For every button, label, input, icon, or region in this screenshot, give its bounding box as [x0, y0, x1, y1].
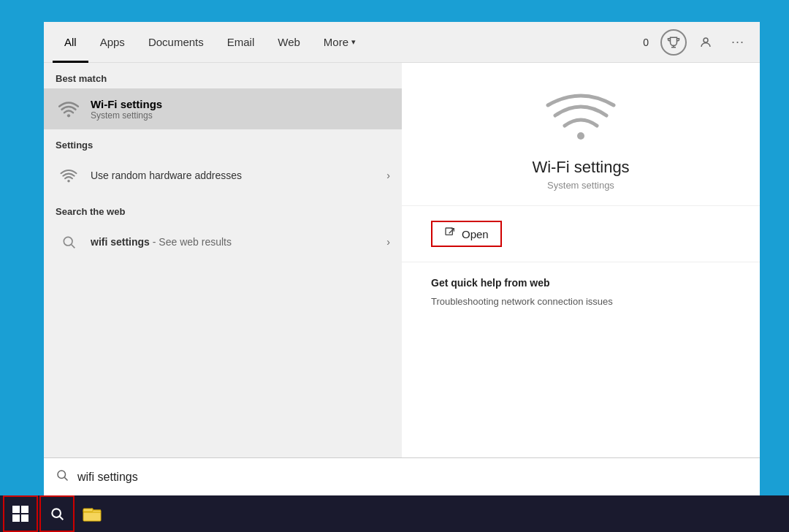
- trophy-icon-button[interactable]: [660, 29, 687, 56]
- settings-label: Settings: [44, 129, 402, 155]
- file-explorer-button[interactable]: [75, 495, 110, 532]
- svg-point-7: [58, 471, 66, 479]
- start-button[interactable]: [3, 495, 38, 532]
- tab-more[interactable]: More ▾: [312, 22, 367, 63]
- tab-web[interactable]: Web: [266, 22, 312, 63]
- tabs-bar: All Apps Documents Email Web More ▾ 0: [44, 22, 760, 63]
- web-label: Search the web: [44, 196, 402, 221]
- search-icon-web: [56, 229, 82, 255]
- open-button[interactable]: Open: [431, 221, 502, 247]
- right-panel: Wi-Fi settings System settings Open: [402, 63, 760, 504]
- best-match-title: Wi-Fi settings: [91, 98, 162, 110]
- search-window: All Apps Documents Email Web More ▾ 0: [44, 22, 760, 504]
- svg-rect-10: [21, 506, 28, 513]
- svg-point-3: [64, 237, 72, 246]
- best-match-subtitle: System settings: [91, 110, 162, 121]
- more-options-button[interactable]: ···: [725, 29, 751, 56]
- svg-line-14: [60, 517, 64, 520]
- taskbar: [0, 495, 789, 532]
- right-top: Wi-Fi settings System settings: [402, 63, 760, 206]
- left-panel: Best match Wi-Fi settings System setting…: [44, 63, 402, 504]
- settings-item-random-hardware[interactable]: Use random hardware addresses ›: [44, 155, 402, 196]
- wifi-icon-settings: [56, 162, 82, 189]
- web-item-chevron: ›: [386, 236, 390, 248]
- best-match-item[interactable]: Wi-Fi settings System settings: [44, 88, 402, 129]
- search-input[interactable]: [77, 471, 748, 484]
- right-subtitle: System settings: [547, 180, 614, 191]
- quick-help-title: Get quick help from web: [431, 277, 731, 289]
- svg-point-0: [704, 38, 708, 42]
- svg-rect-16: [83, 509, 93, 512]
- svg-line-4: [72, 245, 75, 248]
- web-item-label: wifi settings - See web results: [91, 236, 232, 248]
- tab-apps[interactable]: Apps: [88, 22, 137, 63]
- svg-rect-11: [12, 514, 20, 522]
- svg-point-2: [67, 180, 70, 183]
- svg-point-13: [52, 509, 61, 517]
- web-search-item[interactable]: wifi settings - See web results ›: [44, 221, 402, 262]
- svg-point-1: [67, 114, 70, 117]
- svg-point-5: [577, 132, 584, 140]
- right-title: Wi-Fi settings: [532, 158, 629, 177]
- best-match-label: Best match: [44, 63, 402, 88]
- tabs-right: 0 ···: [637, 29, 751, 56]
- wifi-icon-small: [56, 96, 82, 122]
- main-content: Best match Wi-Fi settings System setting…: [44, 63, 760, 504]
- settings-item-label: Use random hardware addresses: [91, 170, 242, 181]
- svg-rect-12: [21, 514, 28, 522]
- desktop: All Apps Documents Email Web More ▾ 0: [0, 0, 789, 532]
- tab-all[interactable]: All: [53, 22, 88, 63]
- open-icon: [444, 227, 456, 241]
- badge-count: 0: [637, 34, 655, 51]
- wifi-icon-large: [544, 85, 617, 146]
- settings-item-chevron: ›: [386, 170, 390, 181]
- taskbar-search-button[interactable]: [39, 495, 75, 532]
- open-btn-area: Open: [402, 206, 760, 262]
- best-match-text: Wi-Fi settings System settings: [91, 98, 162, 121]
- search-bar-icon: [56, 468, 69, 485]
- more-chevron-icon: ▾: [351, 37, 356, 47]
- tab-documents[interactable]: Documents: [137, 22, 216, 63]
- tab-email[interactable]: Email: [216, 22, 267, 63]
- user-icon-button[interactable]: [693, 29, 719, 56]
- quick-help-item-0[interactable]: Troubleshooting network connection issue…: [431, 296, 731, 307]
- search-bar-container: [44, 457, 760, 495]
- svg-rect-9: [12, 506, 20, 513]
- quick-help: Get quick help from web Troubleshooting …: [402, 262, 760, 322]
- svg-line-8: [64, 477, 67, 480]
